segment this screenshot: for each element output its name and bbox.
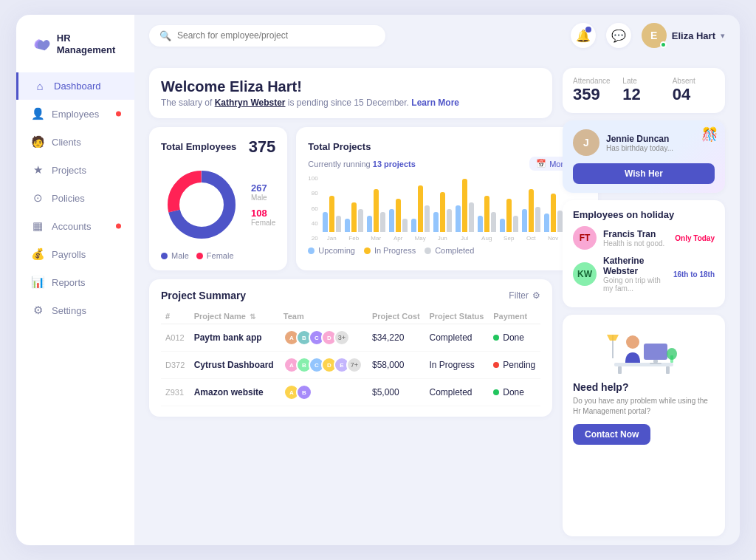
notification-dot bbox=[585, 27, 591, 33]
welcome-sub: The salary of Kathryn Webster is pending… bbox=[161, 98, 540, 108]
learn-more-link[interactable]: Learn More bbox=[411, 98, 459, 108]
search-bar[interactable]: 🔍 bbox=[149, 25, 385, 47]
sidebar-item-clients[interactable]: 🧑 Clients bbox=[16, 128, 134, 156]
att-absent: Absent 04 bbox=[673, 77, 715, 104]
app-container: HR Management ⌂ Dashboard 👤 Employees 🧑 … bbox=[16, 15, 740, 545]
bars-Sep bbox=[500, 199, 518, 232]
sidebar-item-policies[interactable]: ⊙ Policies bbox=[16, 184, 134, 212]
sidebar-item-dashboard[interactable]: ⌂ Dashboard bbox=[16, 72, 134, 100]
search-input[interactable] bbox=[177, 30, 375, 41]
row-status: In Progress bbox=[425, 352, 489, 379]
bar-label-May: May bbox=[415, 235, 426, 242]
payment-dot bbox=[493, 335, 499, 341]
sidebar-item-reports[interactable]: 📊 Reports bbox=[16, 268, 134, 296]
bar-upcoming-Feb bbox=[345, 219, 350, 232]
project-table: # Project Name ⇅ Team Project Cost Proje… bbox=[161, 309, 540, 406]
bar-inprogress-Mar bbox=[374, 189, 379, 233]
ps-title: Project Summary bbox=[161, 290, 246, 301]
male-count: 267 bbox=[251, 182, 275, 194]
bar-group-May: May bbox=[411, 185, 430, 242]
sidebar: HR Management ⌂ Dashboard 👤 Employees 🧑 … bbox=[16, 15, 134, 545]
right-col: Attendance 359 Late 12 Absent 04 🎊 bbox=[563, 68, 725, 536]
online-indicator bbox=[660, 41, 667, 48]
sidebar-label-policies: Policies bbox=[52, 193, 85, 204]
running-link[interactable]: 13 projects bbox=[373, 160, 416, 168]
filter-button[interactable]: Filter ⚙ bbox=[509, 290, 540, 301]
bars-Oct bbox=[522, 189, 540, 233]
row-id: Z931 bbox=[161, 379, 190, 406]
bars-Mar bbox=[367, 189, 385, 233]
bar-label-Oct: Oct bbox=[526, 235, 535, 242]
running-text: Currently running 13 projects bbox=[308, 160, 416, 168]
row-team: AB bbox=[279, 379, 368, 406]
messages-button[interactable]: 💬 bbox=[606, 23, 631, 48]
bar-inprogress-Jan bbox=[329, 196, 334, 233]
row-cost: $58,000 bbox=[368, 352, 425, 379]
att-late: Late 12 bbox=[622, 77, 664, 104]
logo-icon bbox=[31, 33, 51, 56]
bar-completed-Apr bbox=[402, 219, 408, 232]
notification-button[interactable]: 🔔 bbox=[571, 23, 596, 48]
row-payment: Done bbox=[489, 379, 540, 406]
main-area: 🔍 🔔 💬 E Eliza Hart ▾ bbox=[134, 15, 740, 545]
attendance-card: Attendance 359 Late 12 Absent 04 bbox=[563, 68, 725, 113]
svg-rect-6 bbox=[644, 344, 667, 360]
payment-label: Pending bbox=[503, 360, 535, 370]
birthday-card: 🎊 J Jennie Duncan Has birthday today... … bbox=[563, 120, 725, 193]
bar-group-Mar: Mar bbox=[367, 189, 385, 242]
row-cost: $5,000 bbox=[368, 379, 425, 406]
col-id: # bbox=[161, 309, 190, 324]
male-label: Male bbox=[251, 194, 275, 202]
bar-inprogress-Nov bbox=[551, 194, 556, 232]
male-dot bbox=[161, 253, 168, 259]
bars-Jul bbox=[456, 179, 474, 232]
female-count: 108 bbox=[251, 208, 275, 219]
sidebar-item-projects[interactable]: ★ Projects bbox=[16, 156, 134, 184]
svg-rect-5 bbox=[666, 366, 670, 374]
payrolls-icon: 💰 bbox=[31, 247, 44, 261]
bar-upcoming-Jun bbox=[433, 212, 439, 232]
user-avatar-area[interactable]: E Eliza Hart ▾ bbox=[642, 23, 725, 48]
bar-inprogress-Oct bbox=[529, 189, 534, 233]
sidebar-label-reports: Reports bbox=[52, 277, 86, 288]
welcome-banner: Welcome Eliza Hart! The salary of Kathry… bbox=[149, 68, 552, 118]
bar-inprogress-Aug bbox=[484, 196, 489, 233]
row-name: Amazon website bbox=[190, 379, 279, 406]
contact-button[interactable]: Contact Now bbox=[573, 424, 650, 445]
employees-icon: 👤 bbox=[31, 107, 44, 120]
wish-button[interactable]: Wish Her bbox=[573, 163, 715, 184]
legend-completed: Completed bbox=[425, 246, 474, 255]
bar-label-Mar: Mar bbox=[371, 235, 381, 242]
bar-label-Jan: Jan bbox=[327, 235, 337, 242]
filter-label: Filter bbox=[509, 290, 529, 301]
legend-male: Male bbox=[161, 251, 189, 260]
bar-upcoming-Jul bbox=[456, 205, 461, 232]
help-title: Need help? bbox=[573, 381, 628, 393]
row-id: A012 bbox=[161, 324, 190, 352]
bars-Aug bbox=[478, 196, 496, 233]
sidebar-item-accounts[interactable]: ▦ Accounts bbox=[16, 212, 134, 240]
sidebar-item-settings[interactable]: ⚙ Settings bbox=[16, 296, 134, 324]
help-svg bbox=[599, 327, 688, 375]
bday-avatar: J bbox=[573, 129, 599, 156]
svg-rect-7 bbox=[653, 360, 658, 363]
bar-group-Jun: Jun bbox=[433, 192, 452, 242]
center-col: Welcome Eliza Hart! The salary of Kathry… bbox=[149, 68, 552, 536]
col-payment: Payment bbox=[489, 309, 540, 324]
payment-label: Done bbox=[503, 387, 524, 397]
bar-label-Sep: Sep bbox=[504, 235, 514, 242]
legend-inprogress: In Progress bbox=[364, 246, 416, 255]
employee-name-link[interactable]: Kathryn Webster bbox=[215, 98, 286, 108]
total-projects-card: Total Projects 90 Currently running 13 p… bbox=[296, 127, 597, 270]
content: Welcome Eliza Hart! The salary of Kathry… bbox=[134, 56, 740, 545]
topbar-icons: 🔔 💬 E Eliza Hart ▾ bbox=[571, 23, 725, 48]
row-cost: $34,220 bbox=[368, 324, 425, 352]
bar-completed-Jan bbox=[336, 216, 341, 233]
table-row: A012Paytm bank appABCD3+$34,220Completed… bbox=[161, 324, 540, 352]
sidebar-item-employees[interactable]: 👤 Employees bbox=[16, 100, 134, 128]
confetti-decoration: 🎊 bbox=[701, 126, 718, 143]
bar-label-Feb: Feb bbox=[348, 235, 359, 242]
row-payment: Done bbox=[489, 324, 540, 352]
bar-label-Apr: Apr bbox=[394, 235, 402, 242]
sidebar-item-payrolls[interactable]: 💰 Payrolls bbox=[16, 240, 134, 268]
